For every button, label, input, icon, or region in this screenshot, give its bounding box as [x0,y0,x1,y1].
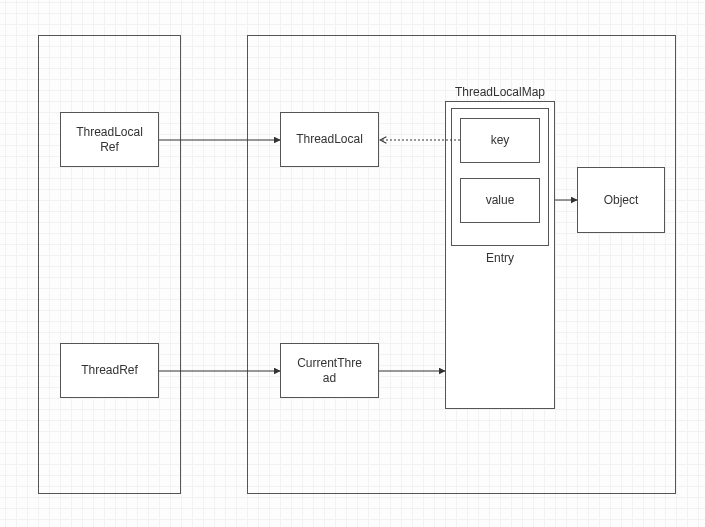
threadlocalmap-label: ThreadLocalMap [445,85,555,99]
key-box: key [460,118,540,163]
current-thread-box: CurrentThre ad [280,343,379,398]
left-container [38,35,181,494]
thread-ref-box: ThreadRef [60,343,159,398]
threadlocal-ref-box: ThreadLocal Ref [60,112,159,167]
threadlocal-box: ThreadLocal [280,112,379,167]
object-box: Object [577,167,665,233]
value-box: value [460,178,540,223]
entry-label: Entry [451,251,549,265]
